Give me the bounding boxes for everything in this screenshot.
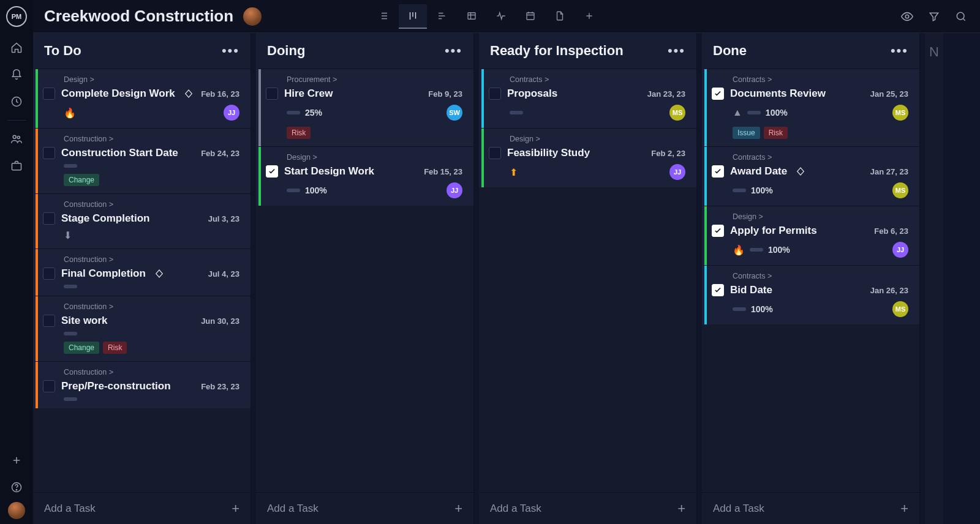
assignee-avatar[interactable]: JJ [669,164,685,180]
task-checkbox[interactable] [43,315,55,327]
card-breadcrumb[interactable]: Design > [733,212,908,221]
task-card[interactable]: Construction >Stage CompletionJul 3, 23⬇ [33,193,251,249]
task-checkbox[interactable] [489,147,501,159]
search-icon[interactable] [953,9,969,24]
assignee-avatar[interactable]: MS [892,301,908,317]
task-checkbox[interactable] [43,380,55,392]
assignee-avatar[interactable]: JJ [892,242,908,258]
app-logo[interactable]: PM [6,6,27,27]
card-breadcrumb[interactable]: Construction > [64,135,239,143]
add-task-button[interactable]: Add a Task+ [256,492,473,524]
user-avatar[interactable] [8,502,25,519]
view-pulse-icon[interactable] [487,4,515,29]
card-breadcrumb[interactable]: Design > [287,153,462,162]
task-checkbox[interactable] [266,165,278,178]
view-file-icon[interactable] [546,4,574,29]
column-body: Procurement >Hire CrewFeb 9, 2325%SWRisk… [256,69,473,492]
help-icon[interactable] [4,475,29,500]
card-breadcrumb[interactable]: Construction > [64,200,239,209]
assignee-avatar[interactable]: JJ [224,105,239,121]
view-board-icon[interactable] [399,4,427,29]
svg-rect-7 [527,12,534,19]
view-list-icon[interactable] [369,4,398,29]
next-column-peek[interactable]: N [925,33,943,524]
task-checkbox[interactable] [712,284,724,296]
column-menu-icon[interactable]: ••• [222,43,239,59]
task-checkbox[interactable] [712,225,724,237]
task-card[interactable]: Design >Start Design WorkFeb 15, 23100%J… [256,146,473,206]
progress-bar [733,189,746,192]
tag-risk[interactable]: Risk [287,127,311,139]
column-menu-icon[interactable]: ••• [668,43,685,59]
view-table-icon[interactable] [458,4,486,29]
project-avatar[interactable] [243,7,262,26]
task-checkbox[interactable] [712,88,724,100]
view-calendar-icon[interactable] [516,4,545,29]
card-stripe [481,129,484,187]
column-menu-icon[interactable]: ••• [445,43,462,59]
task-checkbox[interactable] [489,88,501,100]
task-card[interactable]: Procurement >Hire CrewFeb 9, 2325%SWRisk [256,69,473,146]
card-stripe [704,69,707,146]
assignee-avatar[interactable]: MS [892,105,908,121]
task-card[interactable]: Contracts >Award DateJan 27, 23100%MS [702,146,919,206]
task-card[interactable]: Construction >Construction Start DateFeb… [33,128,251,193]
assignee-avatar[interactable]: JJ [447,182,462,198]
people-icon[interactable] [4,127,29,151]
task-card[interactable]: Construction >Final CompletionJul 4, 23 [33,249,251,296]
eye-icon[interactable] [899,9,915,24]
assignee-avatar[interactable]: MS [669,105,685,121]
assignee-avatar[interactable]: MS [892,182,908,198]
progress-bar [64,332,77,335]
column-menu-icon[interactable]: ••• [891,43,908,59]
task-title: Final Completion [61,268,146,280]
card-breadcrumb[interactable]: Construction > [64,368,239,376]
tag-change[interactable]: Change [64,174,99,186]
card-breadcrumb[interactable]: Design > [510,135,685,143]
task-card[interactable]: Design >Feasibility StudyFeb 2, 23⬆JJ [479,128,696,187]
task-date: Feb 24, 23 [201,149,239,158]
add-task-button[interactable]: Add a Task+ [479,492,696,524]
task-title: Feasibility Study [507,147,590,159]
add-icon[interactable] [4,448,29,473]
briefcase-icon[interactable] [4,154,29,178]
task-card[interactable]: Construction >Prep/Pre-constructionFeb 2… [33,361,251,408]
task-card[interactable]: Construction >Site workJun 30, 23ChangeR… [33,296,251,361]
view-gantt-icon[interactable] [428,4,456,29]
task-card[interactable]: Design >Apply for PermitsFeb 6, 23🔥100%J… [702,206,919,265]
home-icon[interactable] [4,36,29,60]
tag-risk[interactable]: Risk [764,127,788,139]
progress-percent: 100% [751,185,773,195]
card-breadcrumb[interactable]: Construction > [64,302,239,311]
add-task-button[interactable]: Add a Task+ [702,492,919,524]
filter-icon[interactable] [926,9,942,24]
task-checkbox[interactable] [43,147,55,159]
task-checkbox[interactable] [43,212,55,225]
task-card[interactable]: Contracts >Bid DateJan 26, 23100%MS [702,265,919,324]
card-breadcrumb[interactable]: Contracts > [733,153,908,162]
view-add-icon[interactable] [575,4,603,29]
task-checkbox[interactable] [712,165,724,178]
task-card[interactable]: Contracts >Documents ReviewJan 25, 23▲10… [702,69,919,146]
card-breadcrumb[interactable]: Contracts > [733,272,908,280]
add-task-label: Add a Task [44,503,96,515]
task-card[interactable]: Contracts >ProposalsJan 23, 23MS [479,69,696,128]
task-checkbox[interactable] [43,88,55,100]
task-checkbox[interactable] [43,268,55,280]
card-breadcrumb[interactable]: Procurement > [287,75,462,84]
add-task-label: Add a Task [490,503,541,515]
bell-icon[interactable] [4,62,29,87]
card-breadcrumb[interactable]: Contracts > [510,75,685,84]
clock-icon[interactable] [4,89,29,114]
tag-risk[interactable]: Risk [103,342,127,354]
tag-issue[interactable]: Issue [733,127,760,139]
task-card[interactable]: Design >Complete Design WorkFeb 16, 23🔥J… [33,69,251,128]
tag-change[interactable]: Change [64,342,99,354]
assignee-avatar[interactable]: SW [447,105,462,121]
card-breadcrumb[interactable]: Contracts > [733,75,908,84]
card-breadcrumb[interactable]: Design > [64,75,239,84]
card-breadcrumb[interactable]: Construction > [64,255,239,264]
card-stripe [481,69,484,128]
task-checkbox[interactable] [266,88,278,100]
add-task-button[interactable]: Add a Task+ [33,492,251,524]
